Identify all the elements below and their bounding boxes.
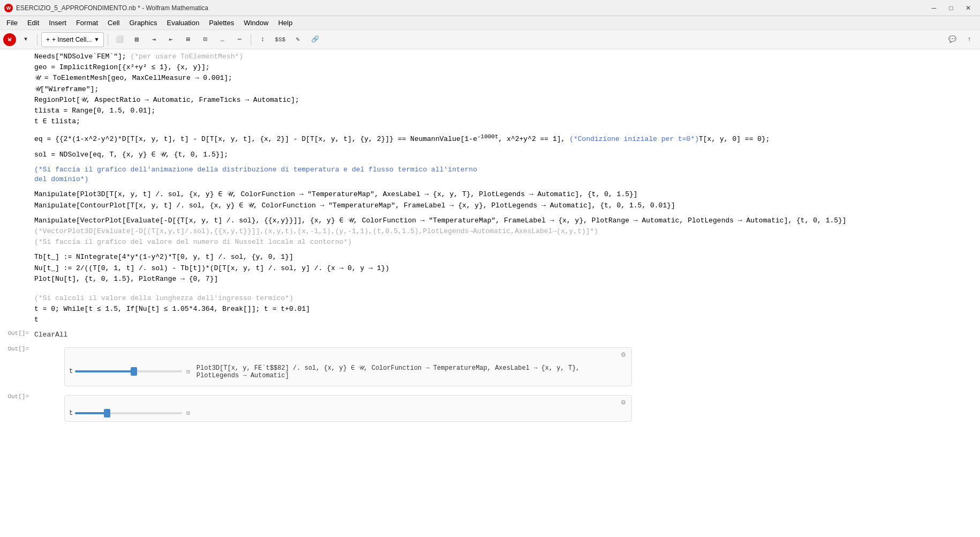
toolbar-btn-bracket[interactable]: ⬜ bbox=[112, 32, 127, 47]
cell-manip-plot3d: Manipulate[Plot3D[T[x, y, t] /. sol, {x,… bbox=[0, 189, 980, 200]
menu-file[interactable]: File bbox=[2, 18, 22, 28]
widget1-slider-track[interactable] bbox=[75, 370, 182, 372]
title-bar: W ESERCIZIO_5_APPROFONDIMENTO.nb * - Wol… bbox=[0, 0, 980, 16]
widget2-slider-track[interactable] bbox=[75, 412, 182, 414]
widget1-slider-fill bbox=[75, 370, 134, 372]
widget1-slider-thumb[interactable] bbox=[131, 367, 137, 376]
manipulate-widget-1[interactable]: ⚙ t ⊡ Plot3D[T[x, y, FE`t$$82] /. sol, {… bbox=[64, 347, 632, 386]
cell-content-comment-nusselt: (*Si faccia il grafico del valore del nu… bbox=[32, 237, 980, 248]
widget2-slider-container[interactable]: t ⊡ bbox=[69, 409, 190, 417]
manipulate-widget-2[interactable]: ⚙ t ⊡ bbox=[64, 395, 632, 422]
cell-label-tlista bbox=[0, 106, 32, 106]
close-button[interactable]: ✕ bbox=[961, 2, 976, 14]
notebook[interactable]: Needs["NDSolve`FEM`"]; (*per usare ToEle… bbox=[0, 49, 980, 537]
cell-t-output: t bbox=[0, 315, 980, 325]
toolbar-btn-chat[interactable]: 💬 bbox=[945, 32, 960, 47]
widget2-gear-icon[interactable]: ⚙ bbox=[619, 398, 628, 407]
toolbar-btn-indent-left[interactable]: ⇤ bbox=[163, 32, 178, 47]
toolbar-btn-lines[interactable]: ▤ bbox=[129, 32, 144, 47]
menu-window[interactable]: Window bbox=[239, 18, 273, 28]
cell-comment-nusselt: (*Si faccia il grafico del valore del nu… bbox=[0, 237, 980, 248]
cell-content-tlista[interactable]: tlista = Range[0, 1.5, 0.01]; bbox=[32, 106, 980, 116]
widget2-header: ⚙ bbox=[65, 396, 631, 407]
widget1-expand-icon[interactable]: ⊡ bbox=[186, 368, 190, 375]
cell-content-omega[interactable]: 𝒰 = ToElementMesh[geo, MaxCellMeasure → … bbox=[32, 73, 980, 84]
insert-cell-plus: + bbox=[46, 36, 50, 43]
cell-label-t-output bbox=[0, 315, 32, 315]
toolbar-dropdown[interactable]: ▼ bbox=[18, 32, 33, 47]
cell-nu: Nu[t_] := 2/((T[0, 1, t] /. sol) - Tb[t]… bbox=[0, 263, 980, 274]
widget1-header: ⚙ bbox=[65, 348, 631, 360]
cell-content-tb[interactable]: Tb[t_] := NIntegrate[4*y*(1-y^2)*T[0, y,… bbox=[32, 252, 980, 263]
toolbar-btn-dollar[interactable]: $S$ bbox=[272, 32, 288, 47]
toolbar-btn-arrows[interactable]: ↕ bbox=[255, 32, 270, 47]
cell-label-geo bbox=[0, 62, 32, 63]
cell-label-sol bbox=[0, 150, 32, 150]
widget2-body: t ⊡ bbox=[65, 407, 631, 421]
cell-content-plotnu[interactable]: Plot[Nu[t], {t, 0, 1.5}, PlotRange → {0,… bbox=[32, 274, 980, 285]
toolbar-btn-upload[interactable]: ↑ bbox=[962, 32, 977, 47]
cell-t-elem: t ∈ tlista; bbox=[0, 116, 980, 127]
menu-format[interactable]: Format bbox=[72, 18, 102, 28]
menu-graphics[interactable]: Graphics bbox=[125, 18, 161, 28]
cell-label-omega bbox=[0, 73, 32, 73]
cell-content-out-clearall: ClearAll bbox=[32, 330, 980, 340]
cell-content-comment-thermal: (*Si calcoli il valore della lunghezza d… bbox=[32, 293, 980, 304]
toolbar-btn-dots-h[interactable]: … bbox=[215, 32, 230, 47]
widget2-expand-icon[interactable]: ⊡ bbox=[186, 409, 190, 416]
widget2-slider-fill bbox=[75, 412, 107, 414]
cell-content-comment-vector3d: (*VectorPlot3D[Evaluate[-D[(T[x,y,t]/.so… bbox=[32, 226, 980, 237]
minimize-button[interactable]: ─ bbox=[926, 2, 941, 14]
widget1-gear-icon[interactable]: ⚙ bbox=[619, 350, 628, 360]
toolbar-btn-expand[interactable]: ⊞ bbox=[180, 32, 195, 47]
widget2-slider-label: t bbox=[69, 409, 73, 417]
menu-insert[interactable]: Insert bbox=[44, 18, 71, 28]
cell-content-regionplot[interactable]: RegionPlot[𝒰, AspectRatio → Automatic, F… bbox=[32, 95, 980, 106]
cell-label-tb bbox=[0, 252, 32, 252]
separator-3 bbox=[251, 34, 251, 46]
insert-cell-button[interactable]: + + Insert Cell... ▼ bbox=[41, 32, 104, 47]
toolbar-btn-pen[interactable]: ✎ bbox=[290, 32, 305, 47]
home-button[interactable]: W bbox=[3, 33, 16, 46]
cell-content-while[interactable]: t = 0; While[t ≤ 1.5, If[Nu[t] ≤ 1.05*4.… bbox=[32, 304, 980, 315]
cell-label-nu bbox=[0, 263, 32, 264]
cell-content-manip-plot3d[interactable]: Manipulate[Plot3D[T[x, y, t] /. sol, {x,… bbox=[32, 189, 980, 200]
cell-plotnu: Plot[Nu[t], {t, 0, 1.5}, PlotRange → {0,… bbox=[0, 274, 980, 285]
toolbar-btn-link[interactable]: 🔗 bbox=[307, 32, 322, 47]
menu-evaluation[interactable]: Evaluation bbox=[162, 18, 203, 28]
window-title: ESERCIZIO_5_APPROFONDIMENTO.nb * - Wolfr… bbox=[16, 4, 208, 12]
widget2-slider-thumb[interactable] bbox=[104, 409, 110, 417]
menu-palettes[interactable]: Palettes bbox=[205, 18, 238, 28]
cell-geo: geo = ImplicitRegion[{x²+y² ≤ 1}, {x, y}… bbox=[0, 62, 980, 73]
cell-label-comment-vector3d bbox=[0, 226, 32, 227]
widget1-plot-text: Plot3D[T[x, y, FE`t$$82] /. sol, {x, y} … bbox=[194, 362, 627, 382]
cell-needs: Needs["NDSolve`FEM`"]; (*per usare ToEle… bbox=[0, 51, 980, 62]
cell-content-t-elem[interactable]: t ∈ tlista; bbox=[32, 116, 980, 127]
window-controls[interactable]: ─ □ ✕ bbox=[926, 2, 976, 14]
widget1-slider-container[interactable]: t ⊡ bbox=[69, 368, 190, 375]
cell-content-sol[interactable]: sol = NDSolve[eq, T, {x, y} ∈ 𝒰, {t, 0, … bbox=[32, 150, 980, 160]
cell-content-t-output[interactable]: t bbox=[32, 315, 980, 325]
cell-content-eq[interactable]: eq = {{2*(1-x^2-y^2)*D[T[x, y, t], t] - … bbox=[32, 132, 980, 145]
cell-label-out-clearall: Out[]= bbox=[0, 330, 32, 337]
cell-content-manip-vector[interactable]: Manipulate[VectorPlot[Evaluate[-D[{T[x, … bbox=[32, 215, 980, 226]
cell-label-wireframe bbox=[0, 84, 32, 85]
menu-cell[interactable]: Cell bbox=[103, 18, 124, 28]
cell-content-wireframe[interactable]: 𝒰["Wireframe"]; bbox=[32, 84, 980, 95]
app-icon: W bbox=[4, 4, 13, 12]
cell-comment-anim: (*Si faccia il grafico dell'animazione d… bbox=[0, 165, 980, 185]
menu-edit[interactable]: Edit bbox=[23, 18, 43, 28]
cell-content-needs[interactable]: Needs["NDSolve`FEM`"]; (*per usare ToEle… bbox=[32, 51, 980, 62]
menu-help[interactable]: Help bbox=[274, 18, 297, 28]
cell-content-geo[interactable]: geo = ImplicitRegion[{x²+y² ≤ 1}, {x, y}… bbox=[32, 62, 980, 73]
maximize-button[interactable]: □ bbox=[944, 2, 959, 14]
cell-content-nu[interactable]: Nu[t_] := 2/((T[0, 1, t] /. sol) - Tb[t]… bbox=[32, 263, 980, 274]
cell-label-comment-thermal bbox=[0, 293, 32, 294]
widget1-slider-label: t bbox=[69, 368, 73, 375]
title-left: W ESERCIZIO_5_APPROFONDIMENTO.nb * - Wol… bbox=[4, 4, 208, 12]
cell-label-while bbox=[0, 304, 32, 304]
toolbar-btn-collapse[interactable]: ⊡ bbox=[198, 32, 213, 47]
toolbar-btn-dots-v[interactable]: ⋯ bbox=[232, 32, 247, 47]
toolbar-btn-indent-right[interactable]: ⇥ bbox=[146, 32, 161, 47]
cell-content-manip-contour[interactable]: Manipulate[ContourPlot[T[x, y, t] /. sol… bbox=[32, 200, 980, 211]
